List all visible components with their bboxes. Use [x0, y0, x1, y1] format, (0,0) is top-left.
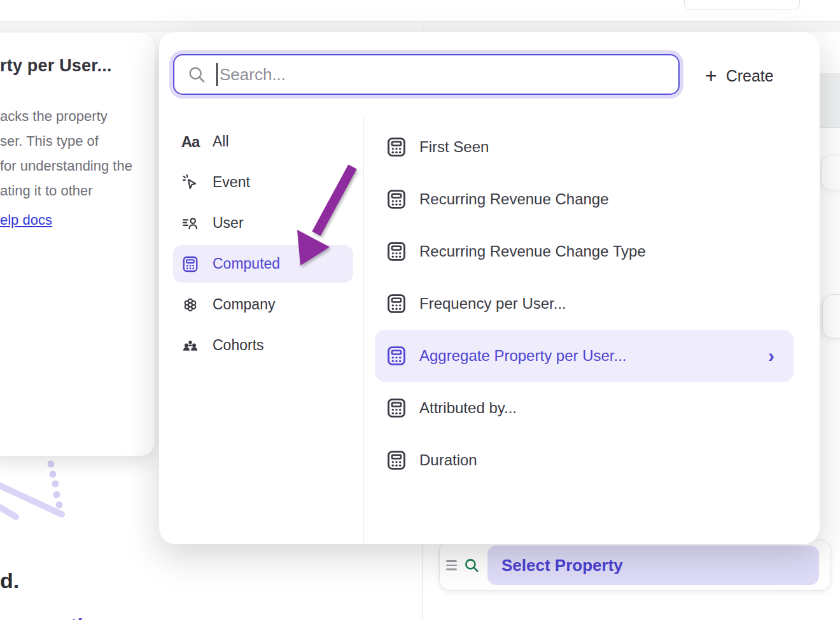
user-list-icon [181, 214, 200, 233]
background-card-edge-2 [822, 294, 840, 339]
horizontal-divider [0, 21, 840, 22]
calculator-icon [181, 255, 200, 274]
category-all[interactable]: Aa All [173, 123, 353, 160]
select-property-button[interactable]: Select Property [487, 546, 819, 585]
calculator-icon [385, 136, 408, 159]
text-caret [216, 63, 218, 86]
page: d. properties rty per User... acks the p… [0, 0, 840, 620]
tooltip-title: rty per User... [0, 56, 148, 76]
search-icon [463, 557, 480, 574]
search-box[interactable] [173, 54, 680, 95]
calculator-icon [385, 397, 408, 419]
decorative-lines-illustration [0, 457, 107, 527]
calculator-icon [385, 240, 408, 263]
calculator-icon [385, 449, 408, 472]
property-recurring-revenue-change[interactable]: Recurring Revenue Change [375, 177, 794, 222]
category-cohorts[interactable]: Cohorts [173, 327, 353, 364]
calculator-icon [385, 188, 408, 211]
property-picker-modal: + Create Aa All Event [159, 32, 820, 544]
create-button[interactable]: + Create [705, 62, 774, 89]
clipped-link[interactable]: properties [4, 612, 157, 620]
tooltip-body: acks the property ser. This type of for … [0, 104, 148, 203]
property-frequency-per-user[interactable]: Frequency per User... [375, 281, 794, 326]
clipped-heading: d. [0, 568, 19, 593]
background-block-right [820, 73, 840, 128]
company-cluster-icon [181, 295, 200, 314]
property-attributed-by[interactable]: Attributed by... [375, 386, 794, 430]
property-aggregate-property-per-user[interactable]: Aggregate Property per User... › [375, 330, 794, 382]
cursor-click-icon [181, 173, 200, 192]
cohorts-people-icon [181, 336, 200, 355]
search-input[interactable] [220, 65, 668, 85]
annotation-arrow [290, 156, 372, 283]
background-card-edge-1 [821, 155, 840, 190]
property-recurring-revenue-change-type[interactable]: Recurring Revenue Change Type [375, 229, 794, 274]
text-aa-icon: Aa [181, 132, 200, 151]
top-strip [0, 22, 840, 32]
search-icon [187, 65, 206, 84]
background-card-top-right [684, 0, 800, 10]
drag-handle-icon[interactable] [446, 560, 457, 570]
property-first-seen[interactable]: First Seen [375, 125, 794, 169]
plus-icon: + [705, 66, 717, 86]
calculator-icon [385, 292, 408, 315]
category-company[interactable]: Company [173, 286, 353, 323]
chevron-right-icon: › [768, 345, 774, 367]
calculator-icon [385, 344, 408, 367]
property-tooltip-panel: rty per User... acks the property ser. T… [0, 33, 155, 456]
help-docs-link[interactable]: elp docs [0, 212, 52, 229]
property-duration[interactable]: Duration [375, 438, 794, 483]
select-property-card: Select Property [439, 540, 831, 591]
